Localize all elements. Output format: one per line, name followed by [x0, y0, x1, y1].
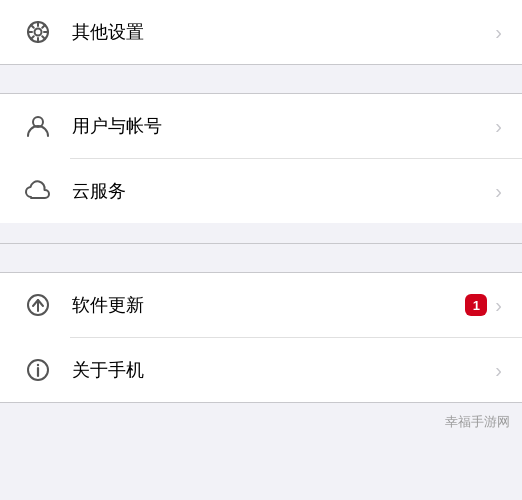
cloud-service-label: 云服务: [72, 179, 495, 203]
cloud-icon: [24, 177, 52, 205]
other-settings-item[interactable]: 其他设置 ›: [0, 0, 522, 64]
other-settings-label: 其他设置: [72, 20, 495, 44]
cloud-icon-wrapper: [20, 173, 56, 209]
user-account-label: 用户与帐号: [72, 114, 495, 138]
svg-line-9: [31, 36, 34, 39]
other-settings-right: ›: [495, 21, 502, 44]
about-phone-item[interactable]: 关于手机 ›: [0, 338, 522, 402]
info-icon: [24, 356, 52, 384]
svg-line-6: [31, 25, 34, 28]
watermark-text: 幸福手游网: [445, 413, 510, 431]
watermark-section: 幸福手游网: [0, 403, 522, 439]
cloud-service-chevron: ›: [495, 180, 502, 203]
update-icon: [24, 291, 52, 319]
svg-point-15: [37, 364, 39, 366]
svg-point-1: [35, 29, 42, 36]
software-update-label: 软件更新: [72, 293, 465, 317]
svg-line-8: [42, 25, 45, 28]
gear-other-icon-wrapper: [20, 14, 56, 50]
user-account-chevron: ›: [495, 115, 502, 138]
account-section: 用户与帐号 › 云服务 ›: [0, 94, 522, 223]
cloud-service-right: ›: [495, 180, 502, 203]
update-icon-wrapper: [20, 287, 56, 323]
section-spacer-1: [0, 65, 522, 93]
system-section: 软件更新 1 › 关于手机 ›: [0, 273, 522, 403]
svg-line-7: [42, 36, 45, 39]
user-icon-wrapper: [20, 108, 56, 144]
user-account-item[interactable]: 用户与帐号 ›: [0, 94, 522, 158]
about-phone-right: ›: [495, 359, 502, 382]
software-update-item[interactable]: 软件更新 1 ›: [0, 273, 522, 337]
info-icon-wrapper: [20, 352, 56, 388]
software-update-right: 1 ›: [465, 294, 502, 317]
software-update-chevron: ›: [495, 294, 502, 317]
gear-other-icon: [24, 18, 52, 46]
about-phone-chevron: ›: [495, 359, 502, 382]
cloud-service-item[interactable]: 云服务 ›: [0, 159, 522, 223]
user-account-right: ›: [495, 115, 502, 138]
other-settings-chevron: ›: [495, 21, 502, 44]
about-phone-label: 关于手机: [72, 358, 495, 382]
software-update-badge: 1: [465, 294, 487, 316]
user-icon: [24, 112, 52, 140]
section-spacer-2: [0, 244, 522, 272]
settings-list: 其他设置 › 用户与帐号 ›: [0, 0, 522, 439]
other-settings-section: 其他设置 ›: [0, 0, 522, 64]
